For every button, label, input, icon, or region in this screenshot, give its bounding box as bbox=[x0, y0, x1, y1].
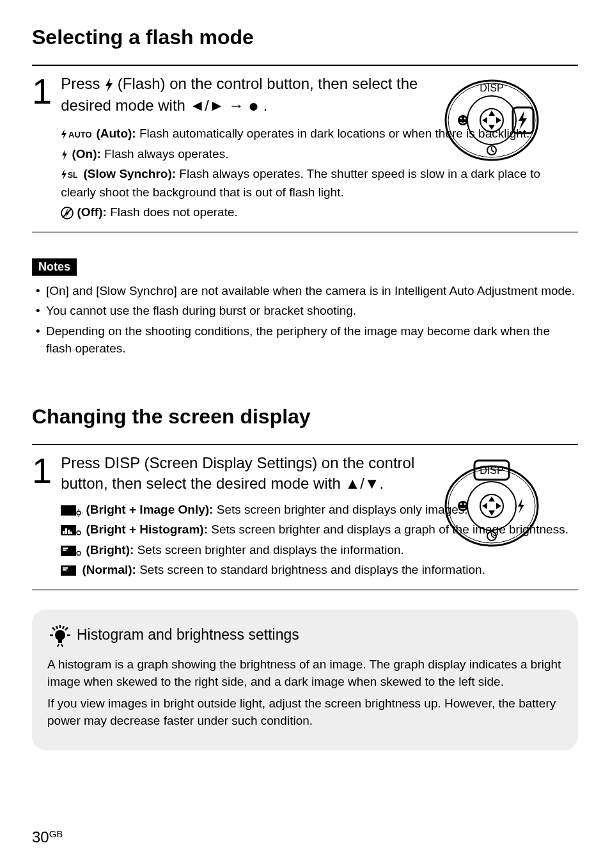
tip-box: Histogram and brightness settings A hist… bbox=[32, 610, 578, 750]
page-number: 30GB bbox=[32, 828, 63, 846]
svg-marker-27 bbox=[496, 503, 501, 509]
svg-marker-7 bbox=[496, 117, 501, 123]
flash-icon bbox=[104, 78, 113, 92]
svg-point-55 bbox=[55, 630, 65, 640]
svg-text:DISP: DISP bbox=[480, 465, 503, 476]
section1-step-num: 1 bbox=[32, 74, 52, 109]
svg-text:AUTO: AUTO bbox=[68, 130, 92, 139]
section1-box: DISP 1 Press (Flash) on the control butt… bbox=[32, 65, 578, 233]
svg-marker-4 bbox=[489, 111, 495, 116]
svg-point-11 bbox=[464, 118, 466, 120]
svg-rect-56 bbox=[58, 640, 62, 643]
control-pad-flash: DISP bbox=[437, 72, 546, 168]
svg-marker-5 bbox=[489, 125, 495, 130]
svg-rect-45 bbox=[68, 530, 70, 534]
svg-rect-46 bbox=[70, 532, 72, 534]
bright-histogram-icon bbox=[61, 524, 82, 537]
svg-marker-6 bbox=[482, 117, 487, 123]
svg-rect-49 bbox=[63, 548, 68, 549]
svg-point-30 bbox=[458, 501, 468, 511]
svg-point-51 bbox=[77, 551, 81, 555]
control-pad-disp: DISP bbox=[437, 452, 546, 554]
svg-line-35 bbox=[492, 536, 494, 538]
svg-rect-50 bbox=[63, 549, 66, 551]
notes-list: [On] and [Slow Synchro] are not availabl… bbox=[32, 282, 578, 358]
section2-step-num: 1 bbox=[32, 453, 52, 489]
svg-marker-24 bbox=[489, 496, 495, 501]
svg-rect-43 bbox=[63, 531, 65, 534]
svg-text:DISP: DISP bbox=[480, 83, 503, 93]
flash-slow-option: SL (Slow Synchro): Flash always operates… bbox=[61, 165, 578, 201]
svg-rect-53 bbox=[63, 567, 68, 569]
bright-icon bbox=[61, 544, 82, 557]
svg-point-9 bbox=[458, 115, 468, 125]
svg-line-59 bbox=[65, 627, 68, 630]
tip-title: Histogram and brightness settings bbox=[77, 626, 299, 643]
svg-marker-25 bbox=[489, 510, 495, 516]
tip-lightbulb-icon bbox=[47, 622, 73, 648]
svg-marker-26 bbox=[482, 503, 487, 509]
section2-title: Changing the screen display bbox=[32, 405, 578, 429]
svg-point-47 bbox=[77, 531, 81, 535]
svg-point-31 bbox=[460, 503, 462, 505]
svg-point-32 bbox=[464, 503, 466, 505]
svg-point-2 bbox=[467, 96, 516, 145]
svg-point-37 bbox=[77, 511, 81, 515]
svg-line-63 bbox=[63, 626, 64, 629]
svg-rect-36 bbox=[61, 505, 76, 516]
note-item: [On] and [Slow Synchro] are not availabl… bbox=[36, 282, 578, 300]
normal-icon bbox=[61, 564, 79, 577]
svg-point-22 bbox=[467, 482, 516, 530]
svg-line-62 bbox=[56, 626, 58, 629]
section1-title: Selecting a flash mode bbox=[32, 26, 578, 49]
flash-off-icon bbox=[61, 207, 74, 219]
flash-on-icon bbox=[61, 149, 68, 161]
disp-n-option: (Normal): Sets screen to standard bright… bbox=[61, 561, 578, 580]
svg-rect-44 bbox=[65, 528, 67, 534]
svg-line-58 bbox=[52, 627, 55, 630]
note-item: You cannot use the flash during burst or… bbox=[36, 302, 578, 320]
bright-image-only-icon bbox=[61, 504, 82, 517]
tip-body-2: If you view images in bright outside lig… bbox=[47, 695, 563, 730]
svg-line-14 bbox=[492, 150, 494, 152]
tip-body-1: A histogram is a graph showing the brigh… bbox=[47, 656, 563, 691]
svg-text:SL: SL bbox=[68, 171, 77, 180]
flash-off-option: (Off): Flash does not operate. bbox=[61, 203, 578, 222]
flash-slow-icon: SL bbox=[61, 169, 80, 180]
svg-point-10 bbox=[460, 118, 462, 120]
flash-auto-icon: AUTO bbox=[61, 129, 93, 140]
svg-rect-54 bbox=[63, 569, 66, 571]
note-item: Depending on the shooting conditions, th… bbox=[36, 322, 578, 358]
notes-badge: Notes bbox=[32, 258, 77, 276]
section2-box: DISP 1 Press DISP (Screen Display Settin… bbox=[32, 444, 578, 590]
